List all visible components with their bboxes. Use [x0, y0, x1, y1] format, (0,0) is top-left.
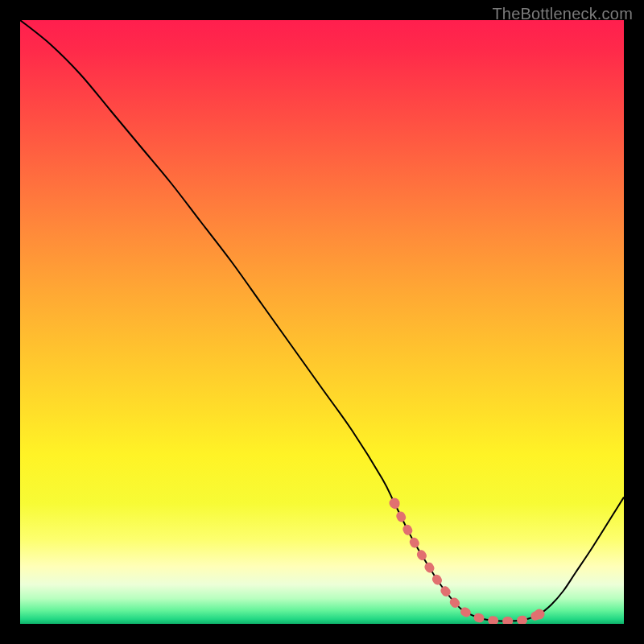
svg-point-0	[390, 498, 400, 509]
bottleneck-chart	[20, 20, 624, 624]
svg-point-1	[535, 609, 545, 620]
chart-stage: TheBottleneck.com	[0, 0, 644, 644]
plot-area	[20, 20, 624, 624]
